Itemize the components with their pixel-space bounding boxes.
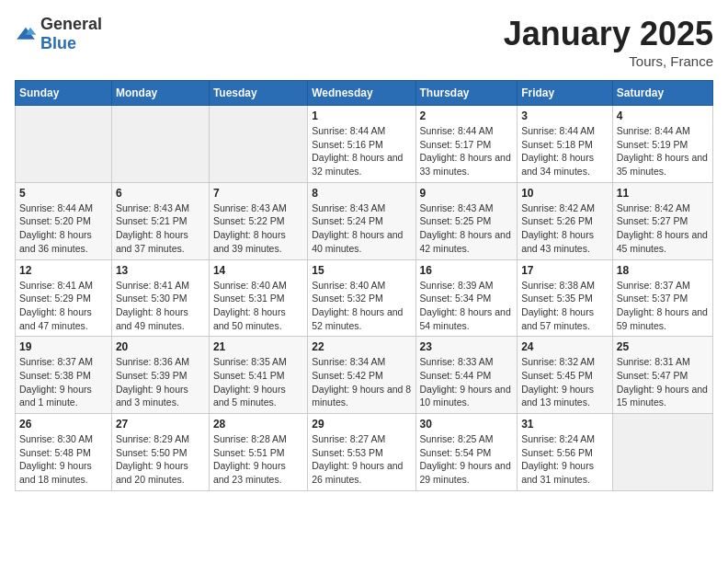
calendar-cell: 26Sunrise: 8:30 AM Sunset: 5:48 PM Dayli… [16, 414, 112, 491]
day-info: Sunrise: 8:44 AM Sunset: 5:17 PM Dayligh… [420, 124, 514, 178]
calendar-header-row: SundayMondayTuesdayWednesdayThursdayFrid… [16, 81, 713, 106]
day-number: 22 [312, 340, 411, 353]
calendar-cell: 4Sunrise: 8:44 AM Sunset: 5:19 PM Daylig… [612, 106, 712, 183]
day-info: Sunrise: 8:43 AM Sunset: 5:25 PM Dayligh… [420, 201, 514, 256]
day-info: Sunrise: 8:40 AM Sunset: 5:31 PM Dayligh… [213, 279, 303, 333]
day-info: Sunrise: 8:43 AM Sunset: 5:21 PM Dayligh… [116, 201, 205, 256]
calendar-cell: 30Sunrise: 8:25 AM Sunset: 5:54 PM Dayli… [415, 414, 518, 491]
calendar-week-row: 1Sunrise: 8:44 AM Sunset: 5:16 PM Daylig… [16, 106, 713, 183]
day-number: 7 [213, 187, 303, 200]
calendar-cell: 31Sunrise: 8:24 AM Sunset: 5:56 PM Dayli… [518, 414, 613, 491]
day-info: Sunrise: 8:39 AM Sunset: 5:34 PM Dayligh… [420, 279, 514, 333]
header-saturday: Saturday [612, 81, 712, 106]
calendar-cell [16, 106, 112, 183]
logo-general: General [40, 15, 102, 33]
day-number: 10 [521, 187, 609, 200]
calendar-week-row: 12Sunrise: 8:41 AM Sunset: 5:29 PM Dayli… [16, 259, 713, 337]
page-title: January 2025 [504, 15, 713, 53]
calendar-week-row: 5Sunrise: 8:44 AM Sunset: 5:20 PM Daylig… [16, 182, 713, 259]
calendar-cell: 7Sunrise: 8:43 AM Sunset: 5:22 PM Daylig… [209, 182, 307, 259]
day-number: 23 [420, 340, 514, 353]
day-number: 20 [116, 340, 205, 353]
calendar-cell: 25Sunrise: 8:31 AM Sunset: 5:47 PM Dayli… [612, 337, 712, 414]
day-number: 30 [420, 418, 514, 431]
calendar-cell: 24Sunrise: 8:32 AM Sunset: 5:45 PM Dayli… [518, 337, 613, 414]
day-info: Sunrise: 8:44 AM Sunset: 5:19 PM Dayligh… [617, 124, 709, 178]
day-number: 5 [19, 187, 108, 200]
calendar-cell [111, 106, 209, 183]
calendar-cell: 12Sunrise: 8:41 AM Sunset: 5:29 PM Dayli… [16, 259, 112, 337]
day-number: 11 [617, 187, 709, 200]
day-info: Sunrise: 8:36 AM Sunset: 5:39 PM Dayligh… [116, 355, 205, 409]
calendar-cell: 13Sunrise: 8:41 AM Sunset: 5:30 PM Dayli… [111, 259, 209, 337]
calendar-cell: 27Sunrise: 8:29 AM Sunset: 5:50 PM Dayli… [111, 414, 209, 491]
day-number: 27 [116, 418, 205, 431]
day-info: Sunrise: 8:32 AM Sunset: 5:45 PM Dayligh… [521, 355, 609, 409]
day-number: 4 [617, 109, 709, 122]
day-number: 6 [116, 187, 205, 200]
header-monday: Monday [111, 81, 209, 106]
day-info: Sunrise: 8:31 AM Sunset: 5:47 PM Dayligh… [617, 355, 709, 409]
day-info: Sunrise: 8:37 AM Sunset: 5:38 PM Dayligh… [19, 355, 108, 409]
day-info: Sunrise: 8:41 AM Sunset: 5:30 PM Dayligh… [116, 279, 205, 333]
calendar-week-row: 19Sunrise: 8:37 AM Sunset: 5:38 PM Dayli… [16, 337, 713, 414]
calendar-cell: 19Sunrise: 8:37 AM Sunset: 5:38 PM Dayli… [16, 337, 112, 414]
logo-blue: Blue [40, 34, 76, 52]
day-number: 8 [312, 187, 411, 200]
day-number: 29 [312, 418, 411, 431]
day-number: 2 [420, 109, 514, 122]
day-info: Sunrise: 8:24 AM Sunset: 5:56 PM Dayligh… [521, 432, 609, 487]
calendar-week-row: 26Sunrise: 8:30 AM Sunset: 5:48 PM Dayli… [16, 414, 713, 491]
day-info: Sunrise: 8:27 AM Sunset: 5:53 PM Dayligh… [312, 432, 411, 487]
logo: General Blue [15, 15, 102, 53]
day-info: Sunrise: 8:44 AM Sunset: 5:20 PM Dayligh… [19, 201, 108, 256]
day-info: Sunrise: 8:30 AM Sunset: 5:48 PM Dayligh… [19, 432, 108, 487]
day-info: Sunrise: 8:28 AM Sunset: 5:51 PM Dayligh… [213, 432, 303, 487]
header-friday: Friday [518, 81, 613, 106]
calendar-cell: 8Sunrise: 8:43 AM Sunset: 5:24 PM Daylig… [308, 182, 415, 259]
calendar-table: SundayMondayTuesdayWednesdayThursdayFrid… [15, 80, 713, 491]
calendar-cell: 18Sunrise: 8:37 AM Sunset: 5:37 PM Dayli… [612, 259, 712, 337]
calendar-cell: 14Sunrise: 8:40 AM Sunset: 5:31 PM Dayli… [209, 259, 307, 337]
day-number: 21 [213, 340, 303, 353]
calendar-cell: 20Sunrise: 8:36 AM Sunset: 5:39 PM Dayli… [111, 337, 209, 414]
day-number: 31 [521, 418, 609, 431]
day-info: Sunrise: 8:44 AM Sunset: 5:16 PM Dayligh… [312, 124, 411, 178]
calendar-cell: 5Sunrise: 8:44 AM Sunset: 5:20 PM Daylig… [16, 182, 112, 259]
calendar-cell: 10Sunrise: 8:42 AM Sunset: 5:26 PM Dayli… [518, 182, 613, 259]
calendar-cell: 17Sunrise: 8:38 AM Sunset: 5:35 PM Dayli… [518, 259, 613, 337]
day-info: Sunrise: 8:25 AM Sunset: 5:54 PM Dayligh… [420, 432, 514, 487]
day-info: Sunrise: 8:42 AM Sunset: 5:27 PM Dayligh… [617, 201, 709, 256]
header-tuesday: Tuesday [209, 81, 307, 106]
day-info: Sunrise: 8:34 AM Sunset: 5:42 PM Dayligh… [312, 355, 411, 409]
day-number: 26 [19, 418, 108, 431]
calendar-cell: 22Sunrise: 8:34 AM Sunset: 5:42 PM Dayli… [308, 337, 415, 414]
day-number: 12 [19, 264, 108, 277]
calendar-cell: 11Sunrise: 8:42 AM Sunset: 5:27 PM Dayli… [612, 182, 712, 259]
day-number: 18 [617, 264, 709, 277]
page-subtitle: Tours, France [504, 53, 713, 69]
title-area: January 2025 Tours, France [504, 15, 713, 69]
calendar-cell: 29Sunrise: 8:27 AM Sunset: 5:53 PM Dayli… [308, 414, 415, 491]
header-wednesday: Wednesday [308, 81, 415, 106]
day-info: Sunrise: 8:38 AM Sunset: 5:35 PM Dayligh… [521, 279, 609, 333]
day-number: 3 [521, 109, 609, 122]
day-info: Sunrise: 8:35 AM Sunset: 5:41 PM Dayligh… [213, 355, 303, 409]
day-info: Sunrise: 8:40 AM Sunset: 5:32 PM Dayligh… [312, 279, 411, 333]
calendar-cell: 23Sunrise: 8:33 AM Sunset: 5:44 PM Dayli… [415, 337, 518, 414]
calendar-cell: 3Sunrise: 8:44 AM Sunset: 5:18 PM Daylig… [518, 106, 613, 183]
day-info: Sunrise: 8:37 AM Sunset: 5:37 PM Dayligh… [617, 279, 709, 333]
day-info: Sunrise: 8:29 AM Sunset: 5:50 PM Dayligh… [116, 432, 205, 487]
calendar-cell: 21Sunrise: 8:35 AM Sunset: 5:41 PM Dayli… [209, 337, 307, 414]
logo-icon [15, 26, 37, 42]
calendar-cell: 2Sunrise: 8:44 AM Sunset: 5:17 PM Daylig… [415, 106, 518, 183]
header: General Blue January 2025 Tours, France [15, 15, 713, 69]
calendar-cell [209, 106, 307, 183]
day-info: Sunrise: 8:44 AM Sunset: 5:18 PM Dayligh… [521, 124, 609, 178]
calendar-cell: 1Sunrise: 8:44 AM Sunset: 5:16 PM Daylig… [308, 106, 415, 183]
day-info: Sunrise: 8:43 AM Sunset: 5:22 PM Dayligh… [213, 201, 303, 256]
logo-text: General Blue [40, 15, 102, 53]
day-number: 28 [213, 418, 303, 431]
day-number: 15 [312, 264, 411, 277]
day-number: 24 [521, 340, 609, 353]
